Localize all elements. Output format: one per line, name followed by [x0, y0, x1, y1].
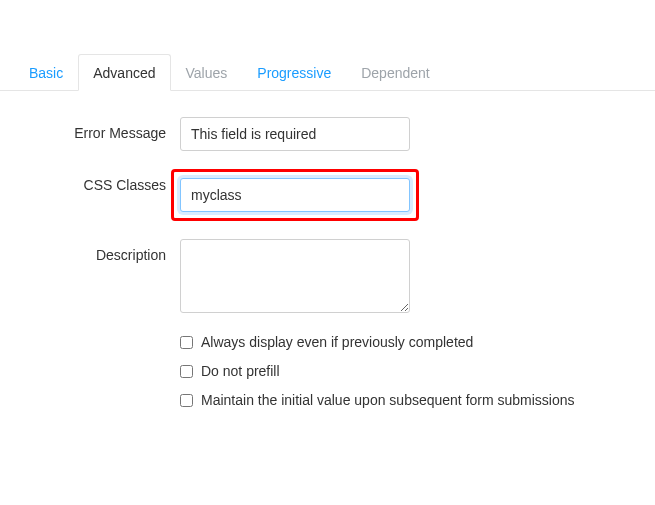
- tab-dependent[interactable]: Dependent: [346, 54, 445, 91]
- tab-values[interactable]: Values: [171, 54, 243, 91]
- tabs-bar: Basic Advanced Values Progressive Depend…: [0, 54, 655, 91]
- checkbox-label-always-display: Always display even if previously comple…: [201, 334, 473, 350]
- label-description: Description: [0, 239, 180, 263]
- label-error-message: Error Message: [0, 117, 180, 141]
- checkbox-label-maintain-initial: Maintain the initial value upon subseque…: [201, 392, 575, 408]
- label-css-classes: CSS Classes: [0, 169, 180, 193]
- highlight-css-classes: [171, 169, 419, 221]
- checkbox-row-do-not-prefill[interactable]: Do not prefill: [0, 363, 655, 379]
- checkbox-row-always-display[interactable]: Always display even if previously comple…: [0, 334, 655, 350]
- form-advanced: Error Message CSS Classes Description Al…: [0, 91, 655, 408]
- checkbox-do-not-prefill[interactable]: [180, 365, 193, 378]
- tab-progressive[interactable]: Progressive: [242, 54, 346, 91]
- checkbox-label-do-not-prefill: Do not prefill: [201, 363, 280, 379]
- input-css-classes[interactable]: [180, 178, 410, 212]
- checkbox-row-maintain-initial[interactable]: Maintain the initial value upon subseque…: [0, 392, 655, 408]
- input-error-message[interactable]: [180, 117, 410, 151]
- tab-basic[interactable]: Basic: [14, 54, 78, 91]
- textarea-description[interactable]: [180, 239, 410, 313]
- tab-advanced[interactable]: Advanced: [78, 54, 170, 91]
- checkbox-always-display[interactable]: [180, 336, 193, 349]
- checkbox-maintain-initial[interactable]: [180, 394, 193, 407]
